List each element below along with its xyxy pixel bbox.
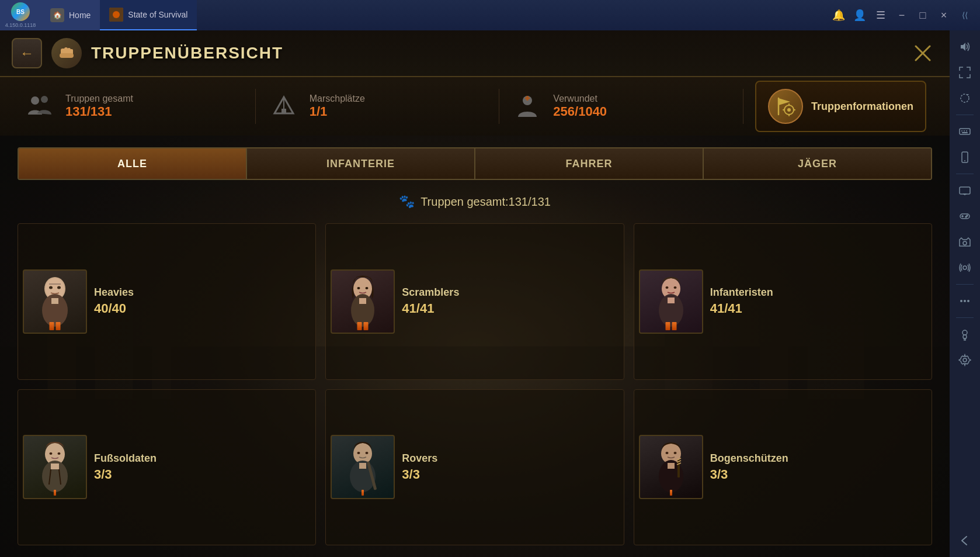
troop-name-bogenschuetzen: Bogenschützen (710, 452, 788, 465)
svg-point-47 (58, 452, 61, 455)
troop-count-fusssoldaten: 3/3 (94, 467, 157, 482)
troop-portrait-scramblers (331, 269, 395, 334)
svg-point-17 (31, 96, 39, 105)
header-title: TRUPPENÜBERSICHT (91, 44, 283, 63)
tv-btn[interactable] (953, 179, 976, 202)
troop-name-scramblers: Scramblers (402, 286, 459, 299)
more-btn[interactable] (953, 289, 976, 313)
svg-point-31 (57, 286, 61, 289)
troop-info-infanteristen: Infanteristen 41/41 (710, 286, 773, 316)
stat-wounded: Verwundet 256/1040 (511, 90, 731, 123)
expand-btn[interactable] (953, 61, 976, 84)
back-arrow-btn[interactable] (953, 529, 976, 552)
stat-divider-3 (743, 89, 743, 124)
troop-card-heavies[interactable]: Heavies 40/40 (18, 223, 316, 380)
stat-divider-1 (255, 89, 256, 124)
troop-info-fusssoldaten: Fußsoldaten 3/3 (94, 452, 157, 482)
troop-portrait-bg-fusssoldaten (24, 436, 86, 498)
bluestacks-logo: BS 4.150.0.1118 (0, 0, 41, 30)
formation-button[interactable]: Truppenformationen (755, 81, 926, 132)
svg-point-25 (787, 108, 791, 112)
settings-btn[interactable] (953, 348, 976, 372)
svg-point-85 (967, 300, 969, 302)
tab-infanterie-label: INFANTERIE (326, 158, 395, 170)
stats-bar: Truppen gesamt 131/131 Marschplätze 1/1 (0, 77, 950, 136)
troop-card-infanteristen[interactable]: Infanteristen 41/41 (634, 223, 932, 380)
wounded-icon (511, 90, 544, 123)
wounded-stat-text: Verwundet 256/1040 (553, 94, 607, 119)
troop-card-bogenschuetzen[interactable]: Bogenschützen 3/3 (634, 389, 932, 546)
menu-btn[interactable]: ☰ (873, 7, 889, 23)
troop-name-fusssoldaten: Fußsoldaten (94, 452, 157, 465)
march-stat-text: Marschplätze 1/1 (310, 94, 365, 119)
troop-card-rovers[interactable]: Rovers 3/3 (325, 389, 624, 546)
troop-portrait-bg-bogenschuetzen (640, 436, 702, 498)
notification-btn[interactable]: 🔔 (830, 7, 847, 23)
tab-alle[interactable]: ALLE (19, 148, 247, 179)
tab-fahrer-label: FAHRER (565, 158, 612, 170)
rotate-btn[interactable] (953, 87, 976, 110)
troop-count-scramblers: 41/41 (402, 301, 459, 316)
svg-point-54 (366, 452, 369, 454)
svg-point-80 (965, 216, 967, 217)
game-area: ← TRUPPENÜBERSICHT (0, 30, 950, 557)
troop-portrait-fusssoldaten (23, 435, 87, 499)
troops-summary: 🐾 Truppen gesamt:131/131 (18, 189, 932, 214)
back-icon: ← (20, 45, 34, 61)
tab-infanterie[interactable]: INFANTERIE (247, 148, 475, 179)
titlebar: BS 4.150.0.1118 🏠 Home State of Survival… (0, 0, 980, 30)
troop-portrait-heavies (23, 269, 87, 334)
restore-btn[interactable]: □ (915, 7, 931, 23)
troop-info-heavies: Heavies 40/40 (94, 286, 134, 316)
troops-total-label: Truppen gesamt (65, 94, 133, 104)
hint-btn[interactable] (953, 323, 976, 346)
svg-point-86 (962, 330, 967, 335)
troop-rank-infanteristen (665, 322, 676, 330)
sidebar-divider-3 (956, 284, 974, 285)
svg-point-18 (41, 96, 48, 103)
troop-info-bogenschuetzen: Bogenschützen 3/3 (710, 452, 788, 482)
troop-count-heavies: 40/40 (94, 301, 134, 316)
troop-portrait-rovers (331, 435, 395, 499)
svg-point-65 (961, 94, 969, 102)
svg-rect-73 (960, 187, 970, 194)
game-tab-label: State of Survival (128, 10, 187, 19)
troop-card-scramblers[interactable]: Scramblers 41/41 (325, 223, 624, 380)
gamepad-btn[interactable] (953, 205, 976, 228)
svg-point-84 (964, 300, 966, 302)
camera-btn[interactable] (953, 230, 976, 254)
svg-point-46 (50, 452, 53, 455)
formation-label: Truppenformationen (811, 101, 913, 113)
svg-point-79 (967, 215, 968, 216)
svg-point-82 (963, 266, 967, 269)
game-tab[interactable]: State of Survival (100, 0, 197, 30)
expand-sidebar-btn[interactable]: ⟨⟨ (957, 7, 973, 23)
right-sidebar (950, 30, 980, 557)
home-tab-icon: 🏠 (50, 8, 64, 22)
tab-fahrer[interactable]: FAHRER (475, 148, 704, 179)
troop-card-fusssoldaten[interactable]: Fußsoldaten 3/3 (18, 389, 316, 546)
broadcast-btn[interactable] (953, 256, 976, 279)
bs-logo-circle: BS (11, 2, 30, 21)
back-button[interactable]: ← (12, 38, 42, 68)
svg-point-60 (673, 452, 676, 454)
keyboard-btn[interactable] (953, 120, 976, 143)
tab-jaeger[interactable]: JÄGER (704, 148, 931, 179)
svg-rect-52 (359, 463, 366, 469)
svg-rect-29 (51, 298, 58, 304)
minimize-btn[interactable]: − (894, 7, 910, 23)
close-button[interactable] (908, 38, 938, 68)
close-btn[interactable]: × (936, 7, 952, 23)
svg-point-42 (673, 286, 676, 289)
svg-point-59 (665, 452, 668, 454)
svg-rect-40 (668, 297, 675, 303)
troop-info-rovers: Rovers 3/3 (402, 452, 437, 482)
troop-portrait-infanteristen (639, 269, 703, 334)
portrait-btn[interactable] (953, 146, 976, 169)
troop-name-rovers: Rovers (402, 452, 437, 465)
troop-portrait-bogenschuetzen (639, 435, 703, 499)
volume-btn[interactable] (953, 35, 976, 58)
home-tab[interactable]: 🏠 Home (41, 0, 100, 30)
svg-rect-14 (60, 53, 74, 58)
account-btn[interactable]: 👤 (852, 7, 868, 23)
